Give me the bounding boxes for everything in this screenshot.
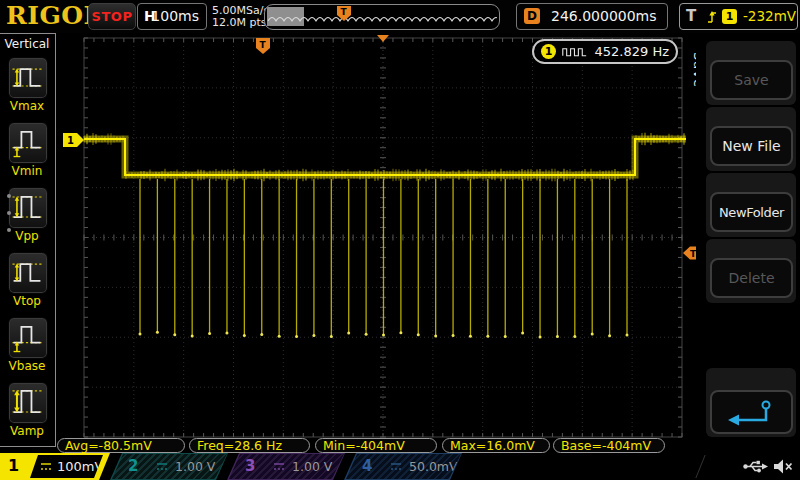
- freq-counter-channel-badge: 1: [541, 44, 556, 59]
- coupling-icon: [272, 462, 286, 472]
- channel-1-scale: 100mV: [57, 459, 103, 474]
- channel-1-number: 1: [8, 456, 19, 475]
- measurement-base: Base=-404mV: [553, 438, 665, 453]
- delete-button[interactable]: Delete: [710, 258, 793, 298]
- statusbar-divider: [695, 455, 705, 478]
- rising-edge-icon: [706, 9, 718, 25]
- menu-item-vtop[interactable]: [8, 252, 48, 294]
- menu-item-vbase[interactable]: [8, 317, 48, 359]
- coupling-icon: [155, 462, 169, 472]
- channel-3-tab-body: 3 1.00 V: [228, 454, 344, 479]
- channel-1-tab-body: 100mV: [30, 455, 103, 478]
- channel-1-tab[interactable]: 1 100mV: [0, 453, 112, 480]
- channel-4-tab[interactable]: 4 50.0mV: [344, 453, 462, 480]
- menu-title: Vertical: [0, 37, 54, 51]
- svg-text:1: 1: [67, 135, 74, 146]
- memory-position-strip[interactable]: T: [264, 4, 500, 30]
- trigger-level-value: -232mV: [743, 8, 796, 24]
- measurement-max: Max=16.0mV: [442, 438, 550, 453]
- save-menu-panel: Save New File NewFolder Delete: [696, 33, 800, 453]
- menu-item-vmax-label: Vmax: [0, 99, 54, 113]
- graticule-and-trace: 1TT: [56, 33, 696, 453]
- measurement-freq: Freq=28.6 Hz: [189, 438, 310, 453]
- vtop-icon: [9, 253, 45, 291]
- trigger-delay-box[interactable]: D 246.000000ms: [516, 3, 668, 30]
- new-file-button[interactable]: New File: [710, 126, 793, 166]
- svg-text:T: T: [260, 40, 267, 50]
- menu-item-vpp[interactable]: [8, 187, 48, 229]
- menu-item-vbase-label: Vbase: [0, 359, 54, 373]
- channel-4-tab-body: 4 50.0mV: [345, 454, 461, 479]
- channel-4-number: 4: [362, 457, 372, 475]
- channel-2-number: 2: [128, 457, 138, 475]
- menu-page-dot: [7, 211, 11, 215]
- measurement-avg: Avg=-80.5mV: [57, 438, 185, 453]
- channel-2-tab[interactable]: 2 1.00 V: [110, 453, 228, 480]
- square-wave-icon: [562, 45, 589, 58]
- menu-page-dot: [7, 228, 11, 232]
- channel-2-scale: 1.00 V: [175, 459, 215, 474]
- freq-counter-value: 452.829 Hz: [595, 44, 670, 59]
- new-folder-button[interactable]: NewFolder: [710, 192, 793, 232]
- vertical-measure-menu: Vertical Vmax Vmin: [0, 33, 56, 447]
- menu-item-vtop-label: Vtop: [0, 294, 54, 308]
- oscilloscope-screen: RIGOL STOP H 100ms 5.00MSa/s 12.0M pts T…: [0, 0, 800, 480]
- trigger-source-badge: 1: [722, 9, 737, 24]
- return-arrow-icon: [722, 396, 782, 432]
- trigger-label: T: [686, 7, 696, 25]
- vpp-icon: [9, 188, 45, 226]
- menu-item-vmin-label: Vmin: [0, 164, 54, 178]
- delay-badge: D: [524, 8, 540, 24]
- timebase-value: 100ms: [151, 8, 199, 24]
- horizontal-timebase-box[interactable]: H 100ms: [137, 3, 207, 30]
- menu-item-vmax[interactable]: [8, 57, 48, 99]
- vmin-icon: [9, 123, 45, 161]
- vbase-icon: [9, 318, 45, 356]
- measurement-min: Min=-404mV: [315, 438, 437, 453]
- waveform-display: 1TT 1 452.829 Hz Avg=-80.5mV Freq=28.6 H…: [56, 33, 696, 453]
- coupling-icon: [39, 462, 53, 472]
- run-state-indicator[interactable]: STOP: [88, 3, 136, 30]
- save-button[interactable]: Save: [710, 60, 793, 100]
- vamp-icon: [9, 383, 45, 421]
- channel-4-scale: 50.0mV: [409, 459, 458, 474]
- frequency-counter-badge: 1 452.829 Hz: [532, 39, 678, 64]
- usb-icon: [742, 458, 768, 475]
- vmax-icon: [9, 58, 45, 96]
- top-status-bar: RIGOL STOP H 100ms 5.00MSa/s 12.0M pts T…: [0, 0, 800, 33]
- speaker-muted-icon: [772, 457, 794, 476]
- strip-trigger-flag-label: T: [341, 7, 348, 17]
- trigger-status-box[interactable]: T 1 -232mV: [679, 3, 798, 30]
- channel-3-tab[interactable]: 3 1.00 V: [227, 453, 345, 480]
- visible-window-region: [267, 7, 304, 26]
- coupling-icon: [389, 462, 403, 472]
- memory-position-graphic: T: [265, 5, 497, 28]
- menu-item-vamp-label: Vamp: [0, 424, 54, 438]
- delay-value: 246.000000ms: [551, 8, 657, 24]
- channel-3-scale: 1.00 V: [292, 459, 332, 474]
- channel-status-bar: 1 100mV 2 1.00 V 3: [0, 453, 800, 480]
- menu-item-vmin[interactable]: [8, 122, 48, 164]
- channel-3-number: 3: [245, 457, 255, 475]
- memory-depth: 12.0M pts: [212, 16, 267, 29]
- back-button[interactable]: [710, 390, 793, 434]
- menu-item-vamp[interactable]: [8, 382, 48, 424]
- menu-page-dot: [7, 194, 11, 198]
- channel-2-tab-body: 2 1.00 V: [111, 454, 227, 479]
